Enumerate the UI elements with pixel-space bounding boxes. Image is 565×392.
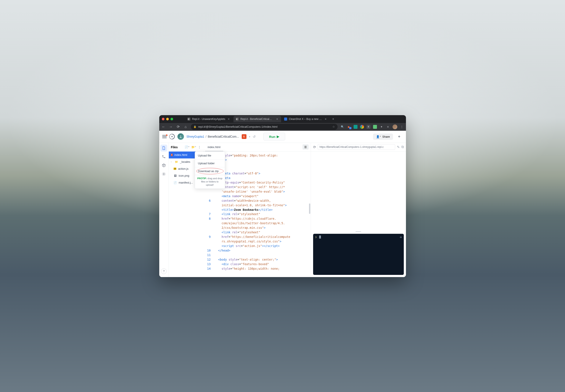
url-text: repl.it/@ShreyGupta1/BeneficialCriticalC… [198, 125, 278, 128]
editor-scrollbar[interactable] [309, 203, 310, 214]
settings-icon[interactable] [160, 170, 167, 178]
user-avatar[interactable] [178, 133, 184, 140]
svg-point-1 [171, 136, 172, 137]
chevron-down-icon[interactable]: ▾ [249, 136, 250, 138]
reload-button[interactable]: ⟳ [176, 125, 180, 129]
markdown-preview-icon[interactable]: ☰ [303, 144, 309, 150]
file-name: action.js [178, 167, 189, 170]
help-button[interactable]: ? [161, 268, 167, 274]
play-icon: ▶ [277, 135, 279, 139]
browser-tab-2[interactable]: CleanShot X – Buy a new licen × [282, 116, 330, 122]
username-link[interactable]: ShreyGupta1 [187, 135, 205, 138]
run-label: Run [269, 135, 276, 139]
file-name: index.html [174, 153, 187, 156]
address-bar[interactable]: 🔒 repl.it/@ShreyGupta1/BeneficialCritica… [191, 124, 338, 130]
editor-tab-index-html[interactable]: index.html [205, 143, 223, 151]
upload-folder-option[interactable]: Upload folder [195, 160, 225, 167]
workspace: ? Files 📄⁺ 📁⁺ ⋮ 5 index.html › 📁 _locale… [159, 143, 406, 277]
protip-text: PROTIP: drag and drop files or folders t… [195, 175, 225, 189]
share-label: Share [382, 135, 390, 138]
bookmark-icon[interactable] [354, 125, 358, 129]
more-options-icon[interactable]: ⋮ [198, 145, 201, 149]
browser-chrome: ◐ Repl.it - UnawareKeyApplets × ◐ Repl.i… [159, 115, 406, 131]
menu-button[interactable] [162, 135, 167, 138]
window-controls [161, 118, 175, 120]
console-resize-handle[interactable] [311, 231, 406, 232]
open-external-icon[interactable]: ⧉ [401, 145, 404, 149]
home-button[interactable]: ⌂ [183, 125, 188, 129]
replit-logo-icon[interactable] [169, 134, 175, 140]
tab-title: Repl.it - BeneficialCriticalComp [240, 118, 274, 121]
add-button[interactable]: + [396, 133, 403, 140]
share-button[interactable]: 👤⁺ Share [373, 134, 393, 140]
version-control-icon[interactable] [160, 153, 167, 160]
kebab-menu-icon[interactable]: ⋮ [400, 125, 404, 129]
download-zip-option[interactable]: Download as zip [195, 167, 225, 175]
close-tab-icon[interactable]: × [324, 117, 327, 121]
icon-sidebar: ? [159, 143, 169, 277]
forward-button[interactable]: → [169, 125, 173, 129]
extension-icon[interactable]: fl [367, 125, 371, 129]
profile-avatar[interactable] [393, 125, 397, 129]
js-file-icon: JS [174, 168, 177, 170]
extension-icon[interactable]: ▶ [347, 125, 351, 129]
console-panel[interactable]: ❯ ⌫ [313, 234, 404, 275]
close-tab-icon[interactable]: × [276, 117, 279, 121]
browser-tab-1[interactable]: ◐ Repl.it - BeneficialCriticalComp × [234, 116, 281, 122]
svg-point-2 [180, 136, 181, 136]
extension-icons: 🔍 ▶ fl ✦ ≡ ⋮ [341, 125, 404, 129]
preview-iframe[interactable] [311, 152, 406, 231]
clear-console-icon[interactable]: ⌫ [400, 236, 401, 239]
image-file-icon: 🖼 [174, 174, 177, 177]
folder-icon: 📁 [175, 160, 178, 163]
close-tab-icon[interactable]: × [227, 117, 231, 121]
file-options-dropdown: Upload file Upload folder Download as zi… [195, 152, 225, 189]
preview-url-input[interactable]: https://BeneficialCriticalComputers-1.sh… [318, 144, 395, 150]
replit-favicon-icon: ◐ [187, 118, 191, 121]
project-name[interactable]: BeneficialCriticalCom... [208, 135, 239, 138]
search-extension-icon[interactable]: 🔍 [341, 125, 345, 129]
new-folder-icon[interactable]: 📁⁺ [191, 145, 196, 149]
svg-point-3 [163, 155, 163, 156]
omnibox-row: ← → ⟳ ⌂ 🔒 repl.it/@ShreyGupta1/Beneficia… [159, 123, 406, 131]
bookmark-icon[interactable] [373, 125, 377, 129]
code-content[interactable]: tml style="padding: 20px;text-align: nte… [215, 152, 311, 277]
new-tab-button[interactable]: + [331, 117, 336, 121]
refresh-preview-icon[interactable]: ⟳ [313, 145, 316, 149]
lock-icon: 🔒 [193, 125, 196, 128]
edit-url-icon[interactable]: ✎ [397, 145, 400, 149]
svg-point-5 [163, 173, 165, 174]
back-button[interactable]: ← [161, 125, 166, 129]
files-tool-icon[interactable] [160, 145, 167, 152]
console-cursor [319, 236, 321, 238]
files-title: Files [171, 145, 178, 149]
run-button[interactable]: Run ▶ [263, 133, 285, 140]
replit-favicon-icon: ◐ [236, 118, 239, 121]
chevron-right-icon: › [171, 161, 173, 163]
new-file-icon[interactable]: 📄⁺ [185, 145, 190, 149]
preview-column: ⟳ https://BeneficialCriticalComputers-1.… [311, 143, 406, 277]
file-pane: Files 📄⁺ 📁⁺ ⋮ 5 index.html › 📁 _locales … [169, 143, 203, 277]
console-prompt-icon: ❯ [315, 236, 317, 238]
history-icon[interactable]: ↺ [253, 135, 256, 139]
close-window-icon[interactable] [162, 118, 165, 120]
assistant-icon[interactable] [360, 125, 364, 129]
file-pane-header: Files 📄⁺ 📁⁺ ⋮ [169, 143, 203, 152]
extensions-menu-icon[interactable]: ✦ [380, 125, 384, 129]
maximize-window-icon[interactable] [170, 118, 173, 120]
packages-icon[interactable] [160, 162, 167, 169]
cleanshot-favicon-icon [284, 118, 287, 121]
reading-list-icon[interactable]: ≡ [386, 125, 390, 129]
tab-title: Repl.it - UnawareKeyApplets [192, 118, 225, 121]
file-name: manifest.j... [179, 181, 193, 184]
breadcrumb: ShreyGupta1 / BeneficialCriticalCom... [187, 135, 239, 138]
star-icon[interactable]: ☆ [332, 125, 335, 128]
tab-title: CleanShot X – Buy a new licen [289, 118, 322, 121]
file-icon: 📄 [174, 181, 177, 184]
html-lang-badge-icon[interactable]: 5 [242, 134, 247, 139]
minimize-window-icon[interactable] [166, 118, 169, 120]
browser-tab-0[interactable]: ◐ Repl.it - UnawareKeyApplets × [185, 116, 233, 122]
upload-file-option[interactable]: Upload file [195, 152, 225, 160]
repl-header: ShreyGupta1 / BeneficialCriticalCom... 5… [159, 131, 406, 143]
file-name: _locales [180, 160, 191, 163]
